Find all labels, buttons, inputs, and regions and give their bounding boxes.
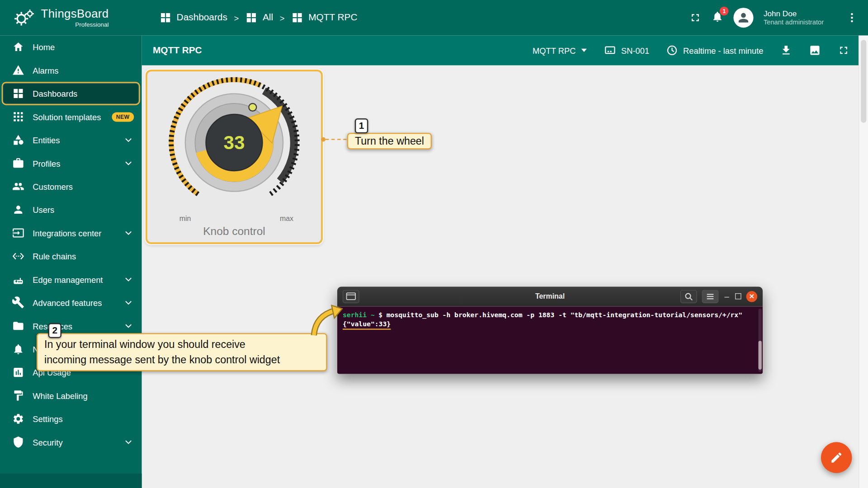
wrench-icon bbox=[12, 296, 24, 309]
fullscreen-icon[interactable] bbox=[689, 12, 702, 24]
sidebar-item-dashboards[interactable]: Dashboards bbox=[2, 82, 140, 105]
sidebar-item-users[interactable]: Users bbox=[0, 198, 142, 221]
maximize-button[interactable] bbox=[735, 293, 741, 299]
minimize-button[interactable]: – bbox=[723, 292, 730, 300]
breadcrumb-dashboards[interactable]: Dashboards bbox=[160, 12, 227, 24]
sidebar-item-label: Solution templates bbox=[33, 112, 101, 122]
terminal-line-command: serhii ~$mosquitto_sub -h broker.hivemq.… bbox=[343, 310, 757, 320]
caret-down-icon bbox=[581, 48, 588, 53]
sidebar-item-label: Advanced features bbox=[33, 298, 102, 307]
callout1-connector-line bbox=[326, 139, 347, 140]
user-avatar[interactable] bbox=[734, 8, 754, 28]
people-icon bbox=[12, 180, 24, 192]
dashboard-toolbar-actions: MQTT RPC SN-001 Realtime - last minute bbox=[533, 44, 850, 56]
sidebar-item-white-labeling[interactable]: White Labeling bbox=[0, 384, 142, 407]
sidebar-item-integrations-center[interactable]: Integrations center bbox=[0, 221, 142, 244]
timewindow-button[interactable]: Realtime - last minute bbox=[666, 44, 764, 56]
hamburger-icon bbox=[706, 293, 714, 300]
fullscreen-icon[interactable] bbox=[838, 44, 850, 56]
knob-value: 33 bbox=[224, 132, 245, 153]
sidebar-item-label: Dashboards bbox=[33, 89, 77, 99]
device-entity-chip[interactable]: SN-001 bbox=[604, 44, 649, 56]
widget-title: Knob control bbox=[147, 225, 321, 238]
router-icon bbox=[12, 273, 24, 286]
close-button[interactable]: ✕ bbox=[746, 291, 757, 301]
sidebar-item-customers[interactable]: Customers bbox=[0, 175, 142, 198]
sidebar-item-label: Profiles bbox=[33, 159, 60, 168]
notification-count-badge: 1 bbox=[720, 7, 729, 16]
edit-dashboard-fab[interactable] bbox=[821, 442, 852, 473]
knob-gauge[interactable]: 33 bbox=[147, 75, 321, 210]
callout-turn-the-wheel: Turn the wheel bbox=[347, 133, 432, 150]
terminal-titlebar[interactable]: Terminal – ✕ bbox=[337, 286, 763, 306]
sidebar-item-label: Entities bbox=[33, 135, 60, 145]
sidebar-item-security[interactable]: Security bbox=[0, 431, 142, 454]
clock-icon bbox=[666, 44, 678, 56]
thingsboard-logo[interactable]: ThingsBoard Professional bbox=[0, 8, 142, 28]
download-icon[interactable] bbox=[780, 44, 792, 56]
sidebar-item-alarms[interactable]: Alarms bbox=[0, 59, 142, 82]
sidebar-item-settings[interactable]: Settings bbox=[0, 407, 142, 430]
knob-control-widget[interactable]: 33 min max Knob control bbox=[146, 70, 323, 244]
callout1-connector-dot bbox=[321, 137, 326, 142]
sidebar-item-label: Customers bbox=[33, 182, 73, 191]
sidebar-item-edge-management[interactable]: Edge management bbox=[0, 268, 142, 291]
sidebar-nav: Home Alarms Dashboards Solution template… bbox=[0, 35, 142, 488]
breadcrumb-label: Dashboards bbox=[177, 12, 227, 23]
briefcase-icon bbox=[12, 157, 24, 169]
sidebar-item-label: Settings bbox=[33, 414, 62, 424]
terminal-window[interactable]: Terminal – ✕ serhii ~$mosquitto_sub -h bbox=[337, 286, 763, 374]
dashboard-state-select[interactable]: MQTT RPC bbox=[533, 46, 587, 55]
terminal-scrollbar-thumb[interactable] bbox=[759, 341, 762, 370]
knob-max-label: max bbox=[280, 214, 293, 222]
folder-icon bbox=[12, 320, 24, 332]
search-icon bbox=[684, 292, 693, 301]
person-icon bbox=[12, 204, 24, 216]
person-icon bbox=[736, 10, 751, 25]
sidebar-item-label: Integrations center bbox=[33, 228, 101, 238]
paint-icon bbox=[12, 389, 24, 402]
chevron-down-icon bbox=[123, 227, 134, 238]
chevron-down-icon bbox=[123, 297, 134, 308]
user-role: Tenant administrator bbox=[764, 19, 824, 27]
chevron-down-icon bbox=[123, 320, 134, 331]
page-scrollbar-thumb[interactable] bbox=[861, 40, 866, 123]
bell-icon bbox=[12, 343, 24, 355]
knob-min-label: min bbox=[179, 214, 191, 222]
breadcrumb-all[interactable]: All bbox=[245, 12, 273, 24]
image-icon[interactable] bbox=[809, 44, 821, 56]
sidebar-item-home[interactable]: Home bbox=[0, 35, 142, 58]
sidebar-item-label: Users bbox=[33, 205, 54, 215]
home-icon bbox=[12, 41, 24, 53]
user-name: John Doe bbox=[764, 9, 824, 18]
step-2-badge: 2 bbox=[48, 323, 61, 338]
kebab-menu-icon[interactable] bbox=[846, 12, 858, 24]
sidebar-item-solution-templates[interactable]: Solution templates NEW bbox=[0, 105, 142, 128]
breadcrumb-mqtt-rpc[interactable]: MQTT RPC bbox=[291, 12, 357, 24]
user-info: John Doe Tenant administrator bbox=[764, 9, 824, 27]
sidebar-item-advanced-features[interactable]: Advanced features bbox=[0, 291, 142, 314]
gear-icon bbox=[12, 413, 24, 425]
terminal-command: mosquitto_sub -h broker.hivemq.com -p 18… bbox=[387, 311, 742, 319]
sidebar-item-rule-chains[interactable]: Rule chains bbox=[0, 244, 142, 267]
sidebar-item-entities[interactable]: Entities bbox=[0, 128, 142, 151]
terminal-line-output: {"value":33} bbox=[343, 320, 757, 329]
terminal-search-button[interactable] bbox=[680, 290, 697, 303]
breadcrumb-separator: > bbox=[234, 13, 239, 23]
page-scrollbar bbox=[859, 35, 868, 488]
device-icon bbox=[604, 44, 616, 56]
sidebar-item-profiles[interactable]: Profiles bbox=[0, 152, 142, 175]
bar-chart-icon bbox=[12, 366, 24, 379]
terminal-window-controls: – ✕ bbox=[680, 290, 757, 303]
dashboard-grid-icon bbox=[12, 87, 24, 99]
gears-logo-icon bbox=[13, 8, 35, 28]
terminal-menu-button[interactable] bbox=[702, 290, 718, 303]
terminal-body: serhii ~$mosquitto_sub -h broker.hivemq.… bbox=[337, 306, 763, 374]
warning-icon bbox=[12, 64, 24, 76]
new-terminal-tab-button[interactable] bbox=[343, 290, 359, 303]
terminal-tab-icon bbox=[346, 292, 356, 301]
shield-icon bbox=[12, 436, 24, 448]
terminal-dollar: $ bbox=[378, 311, 382, 319]
terminal-prompt: serhii ~ bbox=[343, 311, 375, 319]
notifications-button[interactable]: 1 bbox=[712, 10, 724, 25]
